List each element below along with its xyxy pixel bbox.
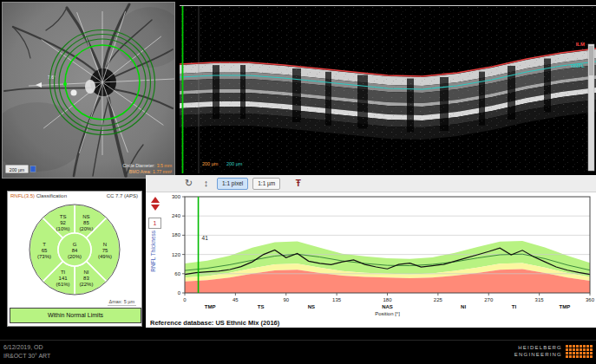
oct-review-window: 7.6° 200 µm Circle Diameter:3.5 mm BMO A… [0, 0, 596, 364]
fundus-ir-image[interactable]: 7.6° 200 µm Circle Diameter:3.5 mm BMO A… [2, 2, 175, 179]
sector-label-NS: (20%) [79, 226, 93, 231]
sector-label-TS: TS [60, 214, 67, 219]
oct-scrollbar-thumb[interactable] [589, 46, 593, 75]
y-tick-label: 180 [172, 232, 181, 237]
circle-diameter-label: Circle Diameter:3.5 mm [123, 163, 172, 168]
scale-bar-label: 200 µm [10, 167, 24, 172]
sector-label-G: G [73, 242, 77, 247]
sector-label-NI: 83 [83, 276, 89, 281]
corneal-curvature-label: CC 7.7 (APS) [107, 193, 138, 198]
sector-label-TI: TI [61, 270, 66, 275]
scan-start-marker [63, 82, 67, 86]
scan-navigator: 1 [148, 196, 161, 229]
sector-label-N: N [103, 242, 107, 247]
sector-label-TS: (10%) [56, 226, 70, 231]
sector-label-T: (73%) [37, 254, 51, 259]
sector-label-N: 75 [102, 248, 108, 253]
sector-label-NI: NI [83, 270, 88, 275]
y-tick-label: 120 [172, 252, 181, 257]
x-tick-label: 270 [484, 297, 494, 302]
sector-label-NI: (22%) [79, 282, 93, 287]
x-tick-label: 90 [283, 297, 289, 302]
sector-axis-label-NS: NS [308, 304, 315, 309]
speckle-noise [180, 6, 596, 173]
rnfl-segmentation-label: RNFL [571, 63, 585, 68]
sector-label-T: 65 [42, 248, 48, 253]
status-bar: 6/12/2019, OD IR&OCT 30° ART HEIDELBERG … [0, 340, 596, 364]
y-tick-label: 0 [178, 290, 181, 296]
sector-axis-label-TI: TI [512, 304, 517, 309]
x-tick-label: 0 [183, 297, 187, 302]
lateral-scale-label: 200 µm [226, 161, 243, 166]
sector-label-TS: 92 [60, 220, 66, 225]
scale-chip [30, 166, 36, 172]
x-tick-label: 315 [535, 297, 545, 302]
sector-axis-label-NI: NI [461, 304, 466, 309]
bmo-area-label: BMO Area:1.77 mm² [129, 169, 173, 174]
one-to-one-micron-button[interactable]: 1:1 µm [252, 178, 280, 190]
ilm-segmentation-label: ILM [576, 42, 585, 47]
classification-result-badge: Within Normal Limits [10, 308, 141, 323]
logo-dot-matrix [566, 345, 593, 358]
sector-label-N: (49%) [98, 254, 112, 259]
previous-scan-button[interactable] [151, 197, 160, 203]
measurement-tool-icon[interactable]: Ŧ [291, 179, 305, 188]
sector-axis-label-TS: TS [258, 304, 265, 309]
y-tick-label: 60 [174, 271, 180, 276]
sector-label-G: 84 [72, 248, 78, 253]
x-tick-label: 180 [383, 297, 392, 302]
scan-number-badge: 1 [148, 218, 161, 229]
exam-date-eye-label: 6/12/2019, OD [3, 344, 43, 350]
sector-axis-label-TMP: TMP [559, 304, 570, 309]
fit-height-icon[interactable]: ↕ [200, 179, 213, 188]
image-toolbar: ↻ ↕ 1:1 pixel 1:1 µm Ŧ [146, 175, 596, 192]
rnfl-thickness-profile-chart: 4106012018024030004590135180225270315360… [146, 192, 596, 317]
heidelberg-logo: HEIDELBERG ENGINEERING [514, 344, 593, 358]
y-tick-label: 240 [172, 213, 181, 218]
rnfl-profile-panel: 1 41060120180240300045901351802252703153… [146, 192, 596, 328]
logo-text: HEIDELBERG ENGINEERING [514, 344, 562, 358]
y-tick-label: 300 [172, 194, 181, 199]
sector-label-NS: 85 [83, 220, 89, 225]
next-scan-button[interactable] [151, 205, 160, 211]
sector-label-TI: (61%) [56, 282, 70, 287]
sector-label-TI: 141 [59, 276, 69, 281]
reference-database-label: Reference database: US Ethnic Mix (2016) [146, 317, 596, 327]
cursor-value-label: 41 [202, 235, 209, 241]
sector-label-G: (20%) [68, 254, 82, 259]
rnfl-sector-donut: NS85(20%)N75(49%)NI83(22%)TI141(61%)T65(… [9, 200, 142, 297]
sector-axis-label-TMP: TMP [205, 304, 216, 309]
x-tick-label: 135 [332, 297, 342, 302]
sector-label-NS: NS [82, 214, 89, 219]
scan-type-label: IR&OCT 30° ART [3, 353, 50, 359]
x-axis-title: Position [°] [375, 311, 400, 316]
classification-title: RNFL(3.5) Classification [10, 193, 67, 198]
classification-title-row: RNFL(3.5) Classification CC 7.7 (APS) [8, 192, 141, 198]
sector-label-T: T [43, 242, 46, 247]
x-tick-label: 360 [586, 297, 595, 302]
reset-zoom-icon[interactable]: ↻ [182, 179, 195, 188]
one-to-one-pixel-button[interactable]: 1:1 pixel [217, 178, 248, 190]
depth-scale-label: 200 µm [202, 161, 219, 166]
sector-axis-label-NAS: NAS [382, 304, 393, 309]
x-tick-label: 45 [233, 297, 239, 302]
x-tick-label: 225 [434, 297, 443, 302]
oct-bscan-viewport[interactable]: ILM RNFL 200 µm 200 µm [180, 5, 596, 173]
delta-note: Δmax: 5 µm [108, 299, 136, 306]
rnfl-classification-panel: RNFL(3.5) Classification CC 7.7 (APS) NS… [7, 191, 142, 327]
